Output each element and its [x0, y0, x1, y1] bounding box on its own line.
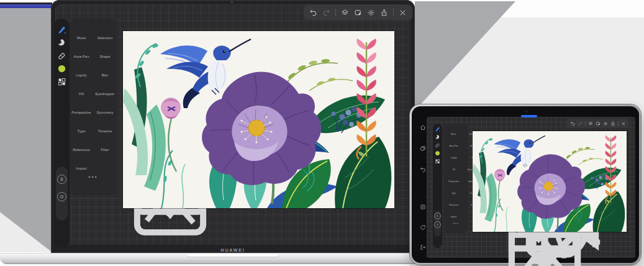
slider-pill: S O [434, 211, 441, 236]
slider-pill: S O [56, 167, 68, 221]
undo-icon[interactable] [570, 121, 575, 126]
color-swatch-button[interactable] [57, 64, 66, 73]
redo-icon[interactable] [578, 121, 583, 126]
tool-grid: Move Selection Area Pen [444, 126, 468, 221]
share-icon[interactable] [610, 121, 615, 126]
tool-area-pen[interactable]: Area Pen [70, 42, 93, 61]
home-icon[interactable] [420, 124, 426, 131]
screenshot-icon[interactable] [420, 204, 426, 210]
layers-icon[interactable] [341, 9, 349, 17]
tablet-tool-panel: Move Selection Area Pen [444, 124, 468, 233]
laptop-brand-logo: HUAWEI [51, 248, 415, 252]
new-canvas-icon[interactable] [596, 121, 601, 126]
toolbar-divider [585, 121, 586, 126]
tablet-bezel: S O Move Selection [412, 106, 639, 263]
size-slider-button[interactable]: S [57, 175, 66, 184]
tool-move[interactable]: Move [444, 126, 463, 138]
tablet-camera [525, 111, 527, 112]
pen-tool-button[interactable] [435, 126, 440, 132]
redo-icon[interactable] [322, 9, 330, 17]
tool-perspective[interactable]: Perspective [444, 173, 463, 185]
exit-icon[interactable] [420, 244, 426, 250]
settings-gear-icon[interactable] [603, 121, 608, 126]
tool-fill[interactable]: Fill [70, 80, 93, 98]
tool-import[interactable]: Import [70, 154, 93, 173]
tool-perspective[interactable]: Perspective [70, 98, 93, 117]
eraser-tool-button[interactable] [435, 142, 440, 148]
tool-symmetry[interactable]: Symmetry [93, 98, 117, 117]
tool-shape[interactable]: Shape [93, 42, 117, 61]
laptop-screen: S O Move Selection [51, 0, 415, 253]
toolbar-divider [335, 9, 336, 16]
tool-fill[interactable]: Fill [444, 162, 463, 173]
rotate-icon[interactable] [420, 224, 426, 231]
marketing-scene: S O Move Selection [0, 0, 644, 266]
tool-liquify[interactable]: Liquify [444, 150, 463, 162]
laptop-webcam [231, 1, 233, 3]
opacity-slider-button[interactable]: O [57, 192, 66, 201]
opacity-slider-button[interactable]: O [434, 221, 441, 228]
hummingbird-artwork [473, 131, 627, 232]
laptop-top-toolbar [304, 5, 412, 20]
hummingbird-artwork [123, 31, 394, 208]
size-slider-button[interactable]: S [434, 213, 441, 219]
pen-tool-button[interactable] [57, 25, 66, 34]
backdrop-display-edge [0, 2, 52, 252]
tool-type[interactable]: Type [444, 185, 463, 197]
laptop-quick-tool-strip: S O [54, 19, 70, 247]
gallery-icon[interactable] [420, 145, 426, 152]
toolbar-divider [618, 121, 619, 126]
laptop-lid-notch [186, 254, 279, 257]
tool-liquify[interactable]: Liquify [70, 61, 93, 80]
tool-selection[interactable]: Selection [93, 24, 117, 42]
tool-reference[interactable]: Reference [444, 197, 463, 209]
tool-blur[interactable]: Blur [93, 61, 117, 80]
tablet-side-dock [418, 122, 428, 250]
tool-move[interactable]: Move [70, 24, 93, 42]
undo-icon[interactable] [309, 9, 317, 17]
tablet-quick-tool-strip: S O [433, 124, 442, 248]
tablet-drawing-canvas[interactable] [473, 131, 627, 232]
backdrop-fade [0, 208, 52, 252]
share-icon[interactable] [380, 9, 388, 17]
tool-filter[interactable]: Filter [93, 135, 117, 154]
tool-import[interactable]: Import [444, 209, 463, 221]
smudge-tool-button[interactable] [57, 38, 66, 47]
layer-grid-button[interactable] [435, 158, 440, 164]
tool-eyedropper[interactable]: Eyedropper [93, 80, 117, 98]
tool-reference[interactable]: Reference [70, 135, 93, 154]
close-icon[interactable] [399, 9, 407, 17]
tablet-device: S O Move Selection [410, 104, 641, 265]
tablet-top-toolbar [567, 119, 629, 128]
settings-gear-icon[interactable] [367, 9, 375, 17]
tablet-drag-handle[interactable] [521, 115, 537, 117]
laptop-tool-panel: Move Selection Area Pen Shape [70, 19, 117, 196]
layer-grid-button[interactable] [57, 77, 66, 86]
color-swatch-button[interactable] [435, 150, 440, 156]
laptop-base [0, 253, 436, 264]
layers-icon[interactable] [588, 121, 593, 126]
laptop-drawing-canvas[interactable] [123, 31, 394, 208]
new-canvas-icon[interactable] [354, 9, 362, 17]
tool-grid: Move Selection Area Pen Shape [70, 24, 117, 173]
tool-timeline[interactable]: Timeline [93, 117, 117, 135]
undo-icon[interactable] [420, 167, 426, 173]
tool-type[interactable]: Type [70, 117, 93, 135]
smudge-tool-button[interactable] [435, 134, 440, 140]
eraser-tool-button[interactable] [57, 51, 66, 60]
close-icon[interactable] [621, 121, 626, 126]
tool-area-pen[interactable]: Area Pen [444, 138, 463, 150]
backdrop-blue-edge [0, 4, 52, 8]
toolbar-divider [393, 9, 394, 16]
